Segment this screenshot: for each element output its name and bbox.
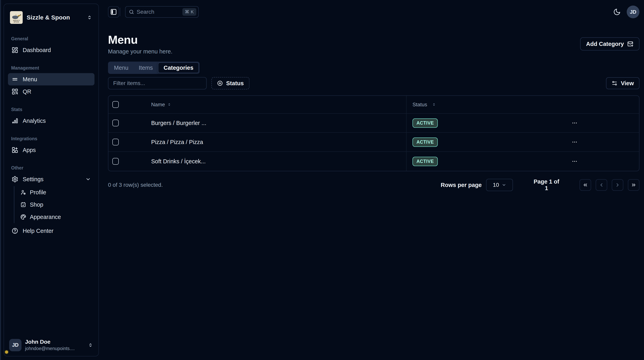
sidebar-item-help-center[interactable]: Help Center bbox=[8, 225, 94, 237]
sidebar-item-label: Menu bbox=[23, 76, 37, 83]
table-row: Pizza / Pizza / Pizza ACTIVE bbox=[108, 133, 639, 152]
category-name: Burgers / Burgerler ... bbox=[151, 120, 406, 126]
chevron-down-icon bbox=[85, 177, 91, 182]
search-input[interactable] bbox=[137, 9, 180, 15]
sort-icon[interactable] bbox=[432, 103, 436, 107]
rows-per-page-select[interactable]: 10 bbox=[486, 179, 513, 191]
table-header-row: Name Status bbox=[108, 96, 639, 114]
user-name: John Doe bbox=[25, 339, 84, 345]
topbar: ⌘ K JD bbox=[108, 0, 640, 24]
table-row: Burgers / Burgerler ... ACTIVE bbox=[108, 114, 639, 133]
qr-code-icon bbox=[12, 88, 18, 95]
sidebar-item-qr[interactable]: QR bbox=[8, 85, 94, 98]
sidebar-item-label: Shop bbox=[30, 201, 43, 208]
team-switcher[interactable]: SIZZLE &SPOON Sizzle & Spoon bbox=[8, 9, 95, 26]
first-page-button[interactable] bbox=[580, 179, 591, 191]
chevrons-right-icon bbox=[631, 182, 636, 188]
user-avatar: JD bbox=[9, 339, 22, 351]
column-header-name[interactable]: Name bbox=[151, 102, 165, 108]
tab-menu[interactable]: Menu bbox=[109, 62, 134, 73]
row-actions-button[interactable] bbox=[570, 119, 579, 127]
tab-categories[interactable]: Categories bbox=[158, 62, 199, 73]
rows-per-page-label: Rows per page bbox=[441, 182, 482, 188]
sidebar: SIZZLE &SPOON Sizzle & Spoon General Das… bbox=[4, 3, 99, 357]
view-options-button[interactable]: View bbox=[606, 77, 640, 89]
panel-left-icon bbox=[110, 8, 117, 15]
row-actions-button[interactable] bbox=[570, 157, 579, 166]
chevrons-up-down-icon bbox=[88, 342, 93, 348]
brand-logo-icon: SIZZLE &SPOON bbox=[10, 11, 23, 24]
section-label-other: Other bbox=[11, 165, 94, 171]
svg-text:SPOON: SPOON bbox=[14, 21, 19, 23]
sidebar-item-apps[interactable]: Apps bbox=[8, 144, 94, 156]
grid-plus-icon bbox=[12, 147, 18, 153]
status-badge: ACTIVE bbox=[412, 157, 438, 166]
table-toolbar: Status View bbox=[108, 77, 640, 89]
settings-sub-list: Profile Shop Appearance bbox=[14, 186, 94, 223]
table-row: Soft Drinks / İçecek... ACTIVE bbox=[108, 152, 639, 171]
menu-lines-icon bbox=[12, 76, 18, 83]
sidebar-item-menu[interactable]: Menu bbox=[8, 73, 94, 85]
sidebar-item-profile[interactable]: Profile bbox=[18, 186, 94, 198]
global-search[interactable]: ⌘ K bbox=[125, 6, 199, 18]
profile-avatar[interactable]: JD bbox=[627, 5, 640, 18]
chevron-right-icon bbox=[615, 182, 620, 188]
status-badge: ACTIVE bbox=[412, 118, 438, 128]
sidebar-item-label: Dashboard bbox=[23, 47, 51, 53]
mail-plus-icon bbox=[627, 41, 634, 47]
chevron-down-icon bbox=[502, 183, 506, 187]
section-label-integrations: Integrations bbox=[11, 136, 94, 142]
page-header: Menu Manage your menu here. Add Category bbox=[108, 33, 640, 55]
team-name: Sizzle & Spoon bbox=[27, 14, 82, 21]
selection-summary: 0 of 3 row(s) selected. bbox=[108, 182, 163, 188]
filter-input[interactable] bbox=[108, 77, 207, 89]
plus-circle-icon bbox=[217, 80, 223, 86]
sidebar-item-label: Settings bbox=[23, 176, 44, 182]
next-page-button[interactable] bbox=[612, 179, 623, 191]
sidebar-item-appearance[interactable]: Appearance bbox=[18, 211, 94, 223]
sidebar-nav: General Dashboard Management Menu QR Sta… bbox=[4, 36, 98, 237]
tab-items[interactable]: Items bbox=[134, 62, 158, 73]
categories-table: Name Status Burgers / Burgerler ... ACTI… bbox=[108, 95, 640, 171]
page-subtitle: Manage your menu here. bbox=[108, 48, 172, 55]
sidebar-item-analytics[interactable]: Analytics bbox=[8, 115, 94, 127]
ellipsis-icon bbox=[572, 139, 578, 145]
search-shortcut-badge: ⌘ K bbox=[182, 8, 196, 16]
page-indicator: Page 1 of 1 bbox=[532, 179, 561, 191]
column-header-status[interactable]: Status bbox=[412, 102, 427, 108]
main-area: ⌘ K JD Menu Manage your menu here. Add C… bbox=[103, 0, 644, 360]
calendar-check-icon bbox=[20, 202, 26, 208]
row-checkbox[interactable] bbox=[112, 139, 119, 146]
previous-page-button[interactable] bbox=[596, 179, 607, 191]
ellipsis-icon bbox=[572, 158, 578, 164]
row-checkbox[interactable] bbox=[112, 158, 119, 165]
last-page-button[interactable] bbox=[628, 179, 640, 191]
help-circle-icon bbox=[12, 227, 18, 234]
status-filter-button[interactable]: Status bbox=[212, 77, 250, 89]
window-edge bbox=[0, 0, 1, 360]
ellipsis-icon bbox=[572, 120, 578, 126]
row-actions-button[interactable] bbox=[570, 138, 579, 147]
sidebar-item-settings[interactable]: Settings bbox=[8, 173, 94, 185]
sidebar-item-label: Profile bbox=[30, 189, 46, 196]
select-all-checkbox[interactable] bbox=[112, 101, 119, 108]
sidebar-item-label: Appearance bbox=[30, 214, 61, 220]
section-label-stats: Stats bbox=[11, 107, 94, 112]
sidebar-item-dashboard[interactable]: Dashboard bbox=[8, 44, 94, 56]
sidebar-item-label: Analytics bbox=[23, 118, 46, 124]
row-checkbox[interactable] bbox=[112, 120, 119, 126]
theme-toggle-button[interactable] bbox=[612, 7, 622, 16]
dashboard-icon bbox=[12, 47, 18, 53]
sidebar-toggle-button[interactable] bbox=[108, 6, 119, 17]
page-title: Menu bbox=[108, 33, 172, 46]
user-gear-icon bbox=[20, 189, 26, 195]
sliders-icon bbox=[612, 80, 618, 86]
user-menu[interactable]: JD John Doe johndoe@menupoints.... bbox=[7, 337, 96, 353]
sidebar-item-shop[interactable]: Shop bbox=[18, 198, 94, 211]
category-name: Pizza / Pizza / Pizza bbox=[151, 139, 406, 146]
section-label-general: General bbox=[11, 36, 94, 41]
sidebar-item-label: QR bbox=[23, 88, 32, 95]
sort-icon[interactable] bbox=[167, 103, 171, 107]
add-category-button[interactable]: Add Category bbox=[580, 37, 640, 50]
user-email: johndoe@menupoints.... bbox=[25, 346, 84, 351]
